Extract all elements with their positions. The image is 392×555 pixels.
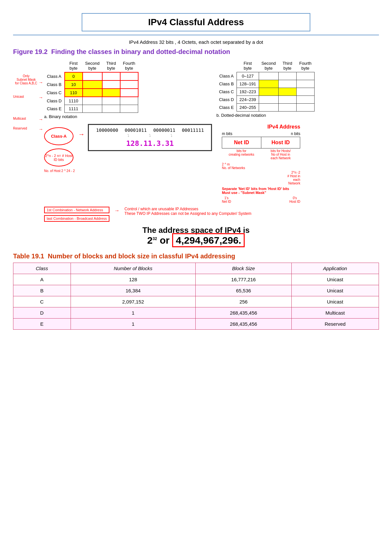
- arrow-to-binary: →: [78, 130, 85, 138]
- binary-th-second: Secondbyte: [83, 60, 102, 72]
- arrow-subnet: →: [39, 80, 43, 85]
- control-text-2: These TWO IP Addresses can not be Assign…: [124, 211, 251, 216]
- dec-row-a: Class A 0–127: [217, 72, 315, 80]
- annotation-only-subnet: OnlySubnet Maskfor Class A,B,C: [13, 74, 39, 85]
- data-table: Class Number of Blocks Block Size Applic…: [13, 263, 379, 330]
- binary-d-b4: [120, 97, 138, 105]
- separate-text: Separate 'Net ID' bits from 'Host ID' bi…: [222, 187, 300, 191]
- dec-b-b3: [278, 80, 296, 88]
- binary-a-b3: [102, 72, 120, 80]
- no-of-host-label: No. of Host 2 ^ 24 - 2: [44, 169, 75, 173]
- zeros-label: 0'sHost ID: [289, 196, 300, 203]
- td-blocks: 2,097,152: [71, 296, 196, 307]
- th-blocks: Number of Blocks: [71, 263, 196, 274]
- dec-d-b2: [259, 96, 278, 104]
- m-bits-label: m bits: [222, 131, 232, 136]
- nethost-box: Net ID Host ID: [222, 137, 300, 148]
- dec-e-b3: [278, 104, 296, 112]
- binary-c-b1: 110: [65, 89, 83, 97]
- binary-table: Firstbyte Secondbyte Thirdbyte Fourthbyt…: [44, 60, 139, 113]
- binary-val-2: 00001011: [125, 128, 147, 133]
- td-blocks: 1: [71, 307, 196, 319]
- figure-title-text: Finding the classes in binary and dotted…: [51, 48, 230, 55]
- dec-d-b4: [296, 96, 314, 104]
- title-box: IPv4 Classful Address: [82, 13, 310, 31]
- binary-row-c: Class C 110: [44, 89, 138, 97]
- binary-c-b2: [83, 89, 102, 97]
- combo2-box: last Combination - Broadcast Address: [44, 215, 109, 222]
- td-app: Multicast: [291, 307, 379, 319]
- dec-b-b4: [296, 80, 314, 88]
- dec-row-d: Class D 224–239: [217, 96, 315, 104]
- dec-e-b1: 240–255: [237, 104, 259, 112]
- page-title: IPv4 Classful Address: [89, 17, 303, 27]
- host-id-box: Host ID: [261, 137, 300, 148]
- table-row: A 128 16,777,216 Unicast: [13, 274, 379, 285]
- binary-th-third: Thirdbyte: [102, 60, 120, 72]
- td-class: D: [13, 307, 71, 319]
- dec-row-c: Class C 192–223: [217, 88, 315, 96]
- binary-a-b1: 0: [65, 72, 83, 80]
- td-size: 268,435,456: [196, 319, 291, 330]
- address-space-line2: 232 or 4,294,967,296.: [13, 235, 379, 246]
- binary-c-b4: [120, 89, 138, 97]
- combo-boxes: 1st Combination - Network Address last C…: [44, 207, 109, 222]
- curve-arrows: ⤵ ⤵ ⤵: [127, 133, 172, 138]
- binary-row-display: 10000000 00001011 00000011 00011111: [96, 128, 204, 133]
- binary-display: 10000000 00001011 00000011 00011111 ⤵ ⤵ …: [88, 124, 212, 151]
- dec-label-c: Class C: [217, 88, 237, 96]
- title-divider: [13, 35, 379, 35]
- binary-d-b1: 1110: [65, 97, 83, 105]
- dec-th-empty: [217, 60, 237, 72]
- td-blocks: 1: [71, 319, 196, 330]
- binary-row-e: Class E 1111: [44, 105, 138, 113]
- binary-row-d: Class D 1110: [44, 97, 138, 105]
- addr-or: or: [160, 235, 172, 246]
- table-body: A 128 16,777,216 Unicast B 16,384 65,536…: [13, 274, 379, 330]
- arrow-to-control: →: [114, 208, 120, 214]
- td-size: 65,536: [196, 285, 291, 296]
- net-id-box: Net ID: [222, 137, 261, 148]
- decimal-value: 128.11.3.31: [126, 139, 174, 147]
- bits-desc-row: bits forcreating networks bits for Hosts…: [222, 149, 300, 160]
- binary-e-b4: [120, 105, 138, 113]
- ones-zeros-row: 1'sNet ID 0'sHost ID: [222, 196, 300, 203]
- td-app: Unicast: [291, 274, 379, 285]
- dec-label-a: Class A: [217, 72, 237, 80]
- td-size: 256: [196, 296, 291, 307]
- dec-b-b1: 128–191: [237, 80, 259, 88]
- th-app: Application: [291, 263, 379, 274]
- td-blocks: 128: [71, 274, 196, 285]
- decimal-table: Firstbyte Secondbyte Thirdbyte Fourthbyt…: [217, 60, 315, 112]
- binary-row-b: Class B 10: [44, 80, 138, 89]
- td-size: 268,435,456: [196, 307, 291, 319]
- binary-th-empty: [44, 60, 65, 72]
- table-label: Table 19.1: [13, 252, 44, 260]
- binary-e-b3: [102, 105, 120, 113]
- binary-a-b2: [83, 72, 102, 80]
- dec-th-third: Thirdbyte: [278, 60, 296, 72]
- ipv4-title-label: IPv4 Address: [222, 124, 300, 130]
- decimal-table-wrap: Firstbyte Secondbyte Thirdbyte Fourthbyt…: [217, 60, 379, 119]
- dec-label-e: Class E: [217, 104, 237, 112]
- td-class: A: [13, 274, 71, 285]
- th-class: Class: [13, 263, 71, 274]
- ipv4-description: IPv4 Address 32 bits , 4 Octets, each oc…: [13, 39, 379, 45]
- addr-num: 4,294,967,296.: [172, 233, 245, 247]
- dec-c-b3: [278, 88, 296, 96]
- td-app: Unicast: [291, 285, 379, 296]
- binary-th-first: Firstbyte: [65, 60, 83, 72]
- dec-label-d: Class D: [217, 96, 237, 104]
- addr-exp: 32: [153, 236, 157, 241]
- td-size: 16,777,216: [196, 274, 291, 285]
- table-section: Table 19.1 Number of blocks and block si…: [13, 252, 379, 330]
- annotation-multicast: Multicast: [13, 117, 26, 120]
- binary-b-b2: [83, 80, 102, 89]
- td-blocks: 16,384: [71, 285, 196, 296]
- arrow-reserved: →: [39, 127, 43, 132]
- binary-label-b: Class B: [44, 80, 65, 89]
- ones-label: 1'sNet ID: [222, 196, 231, 203]
- td-class: B: [13, 285, 71, 296]
- binary-th-fourth: Fourthbyte: [120, 60, 138, 72]
- binary-b-b4: [120, 80, 138, 89]
